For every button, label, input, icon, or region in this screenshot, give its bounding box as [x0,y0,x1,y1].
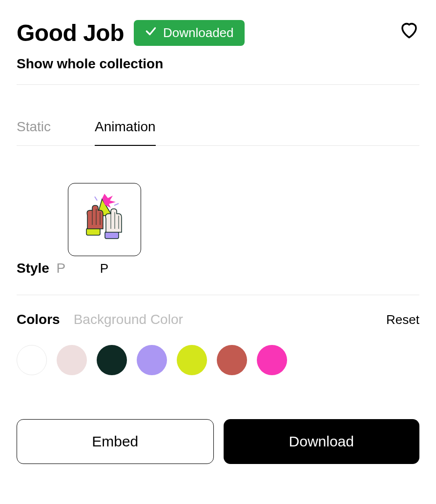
colors-tab[interactable]: Colors [17,312,60,327]
show-collection-link[interactable]: Show whole collection [17,56,419,72]
goodjob-illustration-icon [78,192,131,247]
divider [17,84,419,85]
color-swatch-4[interactable] [177,345,207,375]
check-icon [145,25,157,41]
tab-static[interactable]: Static [17,119,51,145]
swatch-row [17,345,419,375]
color-swatch-3[interactable] [137,345,167,375]
tabs: Static Animation [17,119,419,146]
svg-line-3 [114,203,119,205]
style-section: Style P [17,170,419,276]
downloaded-badge: Downloaded [134,20,245,46]
svg-rect-8 [105,232,119,239]
tab-animation[interactable]: Animation [95,119,156,145]
svg-rect-4 [86,228,100,235]
color-swatch-5[interactable] [217,345,247,375]
header: Good Job Downloaded [17,20,419,46]
color-swatch-6[interactable] [257,345,287,375]
colors-row: Colors Background Color Reset [17,312,419,327]
action-row: Embed Download [17,419,419,464]
style-label: Style [17,261,49,276]
color-swatch-1[interactable] [57,345,87,375]
reset-link[interactable]: Reset [386,312,419,327]
heart-icon [399,33,419,41]
svg-line-2 [95,197,97,201]
background-color-tab[interactable]: Background Color [74,312,183,327]
style-value: P [56,261,65,276]
style-thumbnail[interactable] [68,183,141,256]
favorite-button[interactable] [399,20,419,42]
download-button[interactable]: Download [224,419,420,464]
downloaded-badge-label: Downloaded [163,25,234,40]
color-swatch-0[interactable] [17,345,47,375]
divider [17,295,419,295]
page-title: Good Job [17,20,124,46]
style-thumb-label: P [68,261,141,276]
embed-button[interactable]: Embed [17,419,214,464]
color-swatch-2[interactable] [97,345,127,375]
